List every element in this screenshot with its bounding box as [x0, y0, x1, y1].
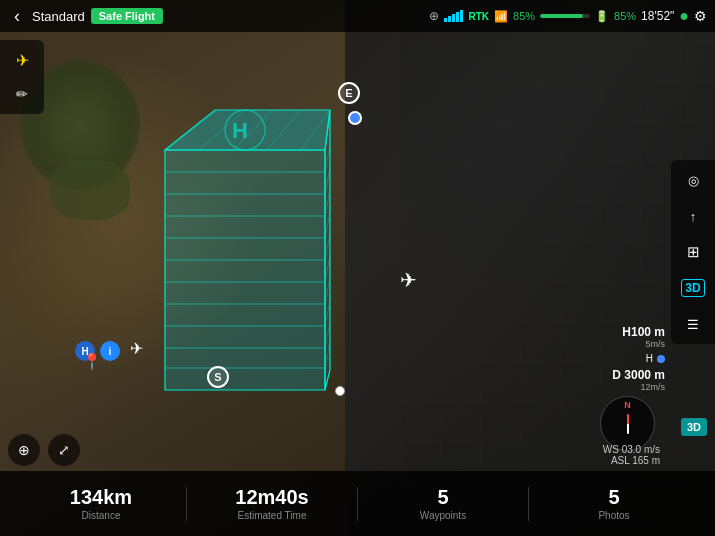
wind-info: WS 03.0 m/s ASL 165 m	[603, 444, 660, 466]
time-label: Estimated Time	[238, 510, 307, 521]
north-up-button[interactable]: ↑	[677, 202, 709, 230]
altitude-value: H100 m	[590, 325, 665, 339]
right-panel: ◎ ↑ ⊞ 3D ☰	[671, 160, 715, 344]
mode-label: Standard	[32, 9, 85, 24]
info-icon: ☰	[687, 317, 699, 332]
status-bar: ⊕ RTK 📶 85% 🔋 85% 18'52" ● ⚙	[429, 7, 707, 25]
stat-time: 12m40s Estimated Time	[187, 487, 358, 521]
distance-value: D 3000 m	[590, 368, 665, 382]
3d-label: 3D	[681, 279, 704, 297]
drone-map-icon-2: ✈	[130, 339, 143, 358]
top-bar: ‹ Standard Safe Flight ⊕ RTK 📶 85% 🔋 85%…	[0, 0, 715, 32]
stat-waypoints: 5 Waypoints	[358, 487, 529, 521]
photos-label: Photos	[598, 510, 629, 521]
expand-button[interactable]: ⤢	[48, 434, 80, 466]
waypoint-s-marker[interactable]: S	[207, 366, 229, 388]
compass-north: N	[624, 400, 631, 410]
expand-icon: ⤢	[58, 442, 70, 458]
rtk-label: RTK	[468, 11, 489, 22]
arrow-up-icon: ↑	[690, 209, 697, 224]
waypoints-label: Waypoints	[420, 510, 466, 521]
location-icon: ⊕	[18, 442, 30, 458]
target-icon: ◎	[688, 173, 699, 188]
ws-label: WS	[603, 444, 619, 455]
location-button[interactable]: ⊕	[8, 434, 40, 466]
stat-distance: 134km Distance	[16, 487, 187, 521]
safe-flight-badge: Safe Flight	[91, 8, 163, 24]
distance-info: D 3000 m 12m/s	[590, 368, 665, 392]
ws-value: 03.0	[622, 444, 641, 455]
h-dot	[657, 355, 665, 363]
distance-speed: 12m/s	[590, 382, 665, 392]
map-pin: 📍	[82, 352, 102, 371]
compass-rose: N	[600, 396, 655, 451]
target-button[interactable]: ◎	[677, 166, 709, 194]
speed-value: 5m/s	[590, 339, 665, 349]
left-panel: ✈ ✏	[0, 40, 44, 114]
svg-text:H: H	[232, 118, 248, 143]
distance-value: 134km	[70, 487, 132, 507]
photos-value: 5	[608, 487, 619, 507]
wind-speed: WS 03.0 m/s	[603, 444, 660, 455]
distance-label: Distance	[82, 510, 121, 521]
time-value: 12m40s	[235, 487, 308, 507]
battery-icon-2: 🔋	[595, 10, 609, 23]
back-button[interactable]: ‹	[8, 4, 26, 29]
strong-signal-icon: 📶	[494, 10, 508, 23]
svg-marker-2	[325, 110, 330, 390]
gps-icon: ⊕	[429, 9, 439, 23]
stat-photos: 5 Photos	[529, 487, 699, 521]
signal-strength	[444, 10, 463, 22]
asl-info: ASL 165 m	[603, 455, 660, 466]
drone-icon: ✈	[16, 51, 29, 70]
waypoint-dot-start[interactable]	[348, 111, 362, 125]
progress-bar	[540, 14, 590, 18]
3d-corner-button[interactable]: 3D	[681, 418, 707, 436]
settings-button[interactable]: ⚙	[694, 8, 707, 24]
h-label: H	[646, 353, 653, 364]
info-button[interactable]: ☰	[677, 310, 709, 338]
waypoint-e[interactable]: E	[338, 82, 360, 104]
svg-marker-0	[165, 150, 325, 390]
edit-button[interactable]: ✏	[6, 80, 38, 108]
asl-label: ASL	[611, 455, 630, 466]
pencil-icon: ✏	[16, 86, 28, 102]
waypoint-s[interactable]: S	[207, 366, 229, 388]
building-3d-model: H	[155, 90, 340, 430]
battery-percent: 85%	[513, 10, 535, 22]
layers-icon: ⊞	[687, 243, 700, 261]
drone-mode-button[interactable]: ✈	[6, 46, 38, 74]
status-dot: ●	[679, 7, 689, 25]
waypoints-value: 5	[437, 487, 448, 507]
3d-mode-button[interactable]: 3D	[677, 274, 709, 302]
compass-needle	[627, 414, 629, 434]
battery-percent-2: 85%	[614, 10, 636, 22]
waypoint-e-marker[interactable]: E	[338, 82, 360, 104]
progress-fill	[540, 14, 583, 18]
stats-bar: 134km Distance 12m40s Estimated Time 5 W…	[0, 471, 715, 536]
waypoint-dot-end[interactable]	[335, 386, 345, 396]
flight-time: 18'52"	[641, 9, 674, 23]
bottom-left-controls: ⊕ ⤢	[8, 434, 80, 466]
compass-widget: H100 m 5m/s H D 3000 m 12m/s N	[590, 325, 665, 451]
altitude-info: H100 m 5m/s	[590, 325, 665, 349]
asl-value: 165 m	[632, 455, 660, 466]
layers-button[interactable]: ⊞	[677, 238, 709, 266]
green-area-2	[50, 160, 130, 220]
marker-info[interactable]: i	[100, 341, 120, 361]
drone-map-icon: ✈	[400, 268, 417, 292]
ws-unit: m/s	[644, 444, 660, 455]
